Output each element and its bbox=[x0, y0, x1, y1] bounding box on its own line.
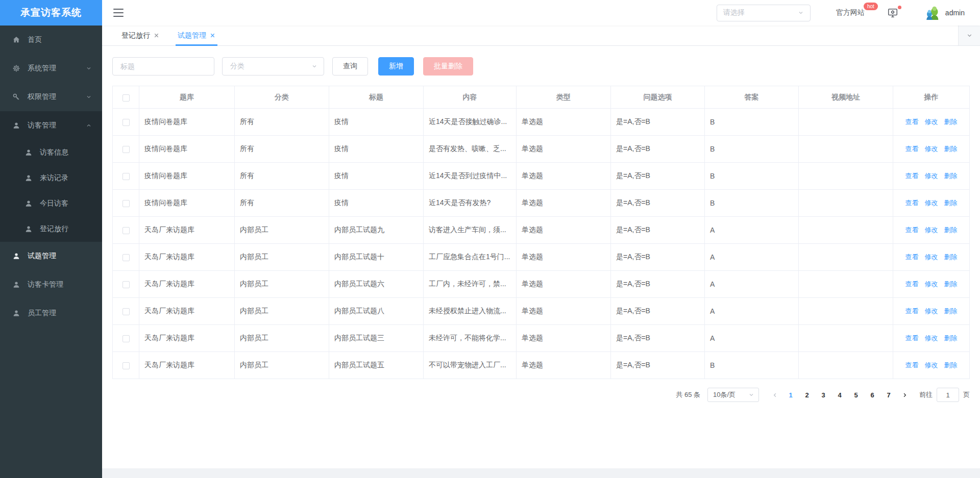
delete-link[interactable]: 删除 bbox=[944, 361, 958, 369]
hamburger-menu-icon[interactable] bbox=[113, 9, 124, 17]
title-search-input[interactable] bbox=[112, 57, 214, 76]
cell-title: 疫情 bbox=[329, 109, 424, 136]
sidebar-item-员工管理[interactable]: 员工管理 bbox=[0, 299, 102, 328]
home-icon bbox=[12, 36, 20, 44]
tab-shitiguanli[interactable]: 试题管理 bbox=[168, 26, 225, 45]
chevron-up-icon bbox=[86, 122, 92, 129]
user-icon bbox=[24, 174, 33, 182]
cell-actions: 查看修改删除 bbox=[893, 325, 970, 352]
view-link[interactable]: 查看 bbox=[905, 172, 919, 180]
view-link[interactable]: 查看 bbox=[905, 199, 919, 207]
row-checkbox[interactable] bbox=[122, 146, 130, 153]
delete-link[interactable]: 删除 bbox=[944, 199, 958, 207]
row-checkbox[interactable] bbox=[122, 173, 130, 180]
edit-link[interactable]: 修改 bbox=[925, 253, 938, 261]
sidebar-item-试题管理[interactable]: 试题管理 bbox=[0, 242, 102, 270]
prev-page-button[interactable] bbox=[767, 388, 782, 402]
page-number-7[interactable]: 7 bbox=[881, 388, 896, 402]
cell-category: 所有 bbox=[235, 109, 329, 136]
delete-link[interactable]: 删除 bbox=[944, 253, 958, 261]
row-checkbox[interactable] bbox=[122, 119, 130, 126]
cell-answer: A bbox=[705, 271, 799, 298]
page-number-2[interactable]: 2 bbox=[799, 388, 815, 402]
add-button[interactable]: 新增 bbox=[378, 57, 414, 76]
sidebar-item-首页[interactable]: 首页 bbox=[0, 26, 102, 54]
row-checkbox[interactable] bbox=[122, 362, 130, 369]
batch-delete-button[interactable]: 批量删除 bbox=[423, 57, 473, 76]
hot-badge: hot bbox=[864, 3, 878, 10]
table-row: 天岛厂来访题库内部员工内部员工试题三未经许可，不能将化学...单选题是=A,否=… bbox=[113, 325, 970, 352]
edit-link[interactable]: 修改 bbox=[925, 226, 938, 234]
cell-video bbox=[799, 244, 893, 271]
col-content: 内容 bbox=[424, 86, 517, 109]
row-checkbox[interactable] bbox=[122, 335, 130, 342]
sidebar-item-权限管理[interactable]: 权限管理 bbox=[0, 83, 102, 111]
col-type: 类型 bbox=[517, 86, 611, 109]
delete-link[interactable]: 删除 bbox=[944, 334, 958, 342]
row-checkbox[interactable] bbox=[122, 200, 130, 207]
category-select[interactable]: 分类 bbox=[222, 57, 324, 76]
sidebar-item-来访记录[interactable]: 来访记录 bbox=[0, 165, 102, 191]
edit-link[interactable]: 修改 bbox=[925, 145, 938, 153]
col-video: 视频地址 bbox=[799, 86, 893, 109]
sidebar-item-访客管理[interactable]: 访客管理 bbox=[0, 111, 102, 140]
delete-link[interactable]: 删除 bbox=[944, 172, 958, 180]
edit-link[interactable]: 修改 bbox=[925, 307, 938, 315]
cell-content: 未经授权禁止进入物流... bbox=[424, 298, 517, 325]
cell-actions: 查看修改删除 bbox=[893, 136, 970, 163]
row-checkbox[interactable] bbox=[122, 227, 130, 234]
row-checkbox[interactable] bbox=[122, 308, 130, 315]
sidebar-item-访客卡管理[interactable]: 访客卡管理 bbox=[0, 270, 102, 299]
cell-content: 不可以带宠物进入工厂... bbox=[424, 352, 517, 379]
header-select-placeholder: 请选择 bbox=[723, 8, 745, 17]
close-icon[interactable] bbox=[154, 33, 159, 38]
delete-link[interactable]: 删除 bbox=[944, 226, 958, 234]
search-button[interactable]: 查询 bbox=[332, 57, 368, 76]
page-number-6[interactable]: 6 bbox=[865, 388, 880, 402]
close-icon[interactable] bbox=[210, 33, 215, 38]
next-page-button[interactable] bbox=[897, 388, 912, 402]
official-site-link[interactable]: 官方网站 hot bbox=[836, 8, 865, 17]
sidebar-item-今日访客[interactable]: 今日访客 bbox=[0, 191, 102, 216]
delete-link[interactable]: 删除 bbox=[944, 145, 958, 153]
edit-link[interactable]: 修改 bbox=[925, 334, 938, 342]
delete-link[interactable]: 删除 bbox=[944, 307, 958, 315]
avatar[interactable] bbox=[925, 5, 940, 20]
view-link[interactable]: 查看 bbox=[905, 334, 919, 342]
row-checkbox[interactable] bbox=[122, 281, 130, 288]
view-link[interactable]: 查看 bbox=[905, 226, 919, 234]
page-number-4[interactable]: 4 bbox=[832, 388, 847, 402]
edit-link[interactable]: 修改 bbox=[925, 199, 938, 207]
view-link[interactable]: 查看 bbox=[905, 361, 919, 369]
row-checkbox[interactable] bbox=[122, 254, 130, 261]
view-link[interactable]: 查看 bbox=[905, 253, 919, 261]
delete-link[interactable]: 删除 bbox=[944, 118, 958, 125]
cell-category: 内部员工 bbox=[235, 352, 329, 379]
screen-settings-icon[interactable] bbox=[887, 7, 898, 18]
header-select[interactable]: 请选择 bbox=[717, 5, 811, 21]
view-link[interactable]: 查看 bbox=[905, 145, 919, 153]
tab-dengjifangxing[interactable]: 登记放行 bbox=[112, 26, 168, 45]
delete-link[interactable]: 删除 bbox=[944, 280, 958, 288]
edit-link[interactable]: 修改 bbox=[925, 118, 938, 125]
edit-link[interactable]: 修改 bbox=[925, 172, 938, 180]
view-link[interactable]: 查看 bbox=[905, 118, 919, 125]
page-number-3[interactable]: 3 bbox=[816, 388, 831, 402]
page-number-5[interactable]: 5 bbox=[848, 388, 864, 402]
sidebar-item-访客信息[interactable]: 访客信息 bbox=[0, 140, 102, 165]
cell-answer: B bbox=[705, 352, 799, 379]
edit-link[interactable]: 修改 bbox=[925, 280, 938, 288]
edit-link[interactable]: 修改 bbox=[925, 361, 938, 369]
sidebar-item-登记放行[interactable]: 登记放行 bbox=[0, 216, 102, 242]
table-row: 天岛厂来访题库内部员工内部员工试题五不可以带宠物进入工厂...单选题是=A,否=… bbox=[113, 352, 970, 379]
page-number-1[interactable]: 1 bbox=[783, 388, 798, 402]
username[interactable]: admin bbox=[945, 9, 965, 17]
tabs-dropdown-button[interactable] bbox=[958, 26, 980, 45]
view-link[interactable]: 查看 bbox=[905, 307, 919, 315]
goto-page-input[interactable] bbox=[937, 388, 959, 402]
select-all-checkbox[interactable] bbox=[122, 94, 130, 102]
view-link[interactable]: 查看 bbox=[905, 280, 919, 288]
cell-type: 单选题 bbox=[517, 163, 611, 190]
sidebar-item-系统管理[interactable]: 系统管理 bbox=[0, 54, 102, 83]
page-size-select[interactable]: 10条/页 bbox=[707, 388, 759, 402]
